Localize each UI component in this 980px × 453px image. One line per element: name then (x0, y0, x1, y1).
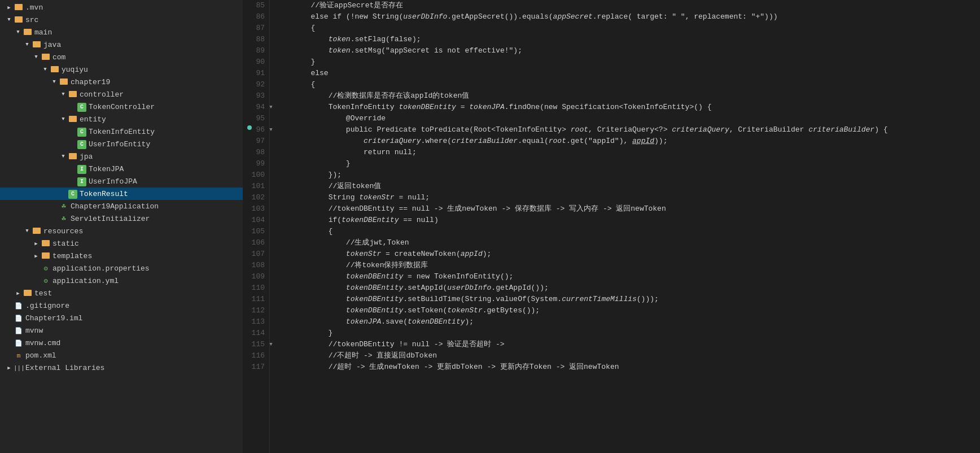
tree-arrow[interactable]: ▼ (14, 29, 23, 35)
tree-arrow[interactable]: ▼ (50, 79, 59, 85)
sidebar-item-yuqiyu[interactable]: ▼yuqiyu (0, 63, 243, 76)
code-line-104: if(tokenDBEntity == null) (275, 215, 980, 226)
sidebar-item-Chapter19iml[interactable]: 📄Chapter19.iml (0, 312, 243, 324)
code-line-106: //生成jwt,Token (275, 237, 980, 249)
fold-button[interactable]: ▼ (268, 127, 274, 133)
folder-icon (68, 115, 78, 124)
sidebar-item-src[interactable]: ▼src (0, 14, 243, 26)
tree-arrow[interactable]: ▼ (41, 67, 50, 72)
tree-arrow[interactable]: ▶ (5, 365, 14, 371)
tree-arrow[interactable]: ▼ (23, 42, 32, 47)
tree-label: application.properties (51, 264, 243, 273)
sidebar-item-jpa[interactable]: ▼jpa (0, 150, 243, 163)
sidebar-item-mvnw[interactable]: 📄mvnw (0, 324, 243, 337)
code-line-85: //验证appSecret是否存在 (275, 0, 980, 11)
line-number-96: 96 (247, 124, 265, 136)
tree-arrow[interactable]: ▼ (23, 228, 32, 234)
tree-arrow[interactable]: ▶ (14, 290, 23, 297)
sidebar-item-TokenJPA[interactable]: ITokenJPA (0, 163, 243, 175)
tree-label: UserInfoEntity (87, 140, 243, 149)
line-number-102: 102 (247, 192, 265, 203)
sidebar-item-templates[interactable]: ▶templates (0, 250, 243, 262)
sidebar-item-gitignore[interactable]: 📄.gitignore (0, 299, 243, 312)
line-number-112: 112 (247, 305, 265, 316)
sidebar-item-mvnwcmd[interactable]: 📄mvnw.cmd (0, 337, 243, 349)
sidebar-item-resources[interactable]: ▼resources (0, 225, 243, 237)
sidebar-item-com[interactable]: ▼com (0, 51, 243, 63)
sidebar-item-mvn[interactable]: ▶.mvn (0, 1, 243, 14)
code-line-111: tokenDBEntity.setBuildTime(String.valueO… (275, 294, 980, 305)
line-number-94: 94 (247, 102, 265, 113)
sidebar-item-TokenResult[interactable]: CTokenResult (0, 188, 243, 200)
tree-label: ServletInitializer (69, 215, 243, 223)
sidebar-item-TokenInfoEntity[interactable]: CTokenInfoEntity (0, 125, 243, 138)
sidebar-item-application.yml[interactable]: ⚙application.yml (0, 275, 243, 287)
java-class-icon: C (77, 102, 87, 112)
sidebar-item-entity[interactable]: ▼entity (0, 113, 243, 125)
tree-label: mvnw (24, 326, 243, 335)
code-line-100: }); (275, 169, 980, 181)
fold-button[interactable]: ▼ (268, 104, 274, 111)
folder-icon (59, 77, 69, 86)
tree-arrow[interactable]: ▼ (32, 54, 41, 60)
sidebar-item-application.properties[interactable]: ⚙application.properties (0, 262, 243, 275)
folder-icon (32, 40, 42, 49)
code-content: //验证appSecret是否存在 else if (!new String(u… (270, 0, 980, 453)
sidebar-item-main[interactable]: ▼main (0, 26, 243, 38)
line-number-92: 92 (247, 79, 265, 90)
line-number-116: 116 (247, 350, 265, 361)
tree-arrow[interactable]: ▼ (59, 154, 68, 159)
file-tree[interactable]: ▶.mvn▼src▼main▼java▼com▼yuqiyu▼chapter19… (0, 0, 243, 453)
tree-label: mvnw.cmd (24, 339, 243, 347)
code-line-86: else if (!new String(userDbInfo.getAppSe… (275, 11, 980, 23)
code-line-109: tokenDBEntity = new TokenInfoEntity(); (275, 271, 980, 282)
tree-arrow[interactable]: ▶ (5, 5, 14, 11)
sidebar-item-TokenController[interactable]: CTokenController (0, 101, 243, 113)
code-line-112: tokenDBEntity.setToken(tokenStr.getBytes… (275, 305, 980, 316)
java-class-icon: C (77, 139, 87, 149)
tree-label: .mvn (24, 3, 243, 12)
tree-label: src (24, 16, 243, 24)
sidebar-item-static[interactable]: ▶static (0, 237, 243, 250)
tree-arrow[interactable]: ▼ (5, 17, 14, 23)
file-icon: 📄 (14, 301, 24, 310)
tree-arrow[interactable]: ▶ (32, 241, 41, 247)
lib-icon: ||| (14, 363, 24, 372)
xml-icon: m (14, 351, 24, 360)
line-number-87: 87 (247, 23, 265, 34)
sidebar-item-UserInfoEntity[interactable]: CUserInfoEntity (0, 138, 243, 150)
tree-label: templates (51, 252, 243, 260)
code-line-99: } (275, 158, 980, 169)
code-line-101: //返回token值 (275, 181, 980, 192)
code-editor: 8586878889909192939495969798991001011021… (243, 0, 980, 453)
line-numbers: 8586878889909192939495969798991001011021… (243, 0, 270, 453)
java-interface-icon: I (77, 176, 87, 186)
code-area[interactable]: 8586878889909192939495969798991001011021… (243, 0, 980, 453)
code-line-114: } (275, 328, 980, 339)
sidebar-item-ExternalLibraries[interactable]: ▶|||External Libraries (0, 361, 243, 374)
sidebar-item-pomxml[interactable]: mpom.xml (0, 349, 243, 361)
folder-icon (23, 289, 33, 298)
fold-button[interactable]: ▼ (268, 341, 274, 348)
line-number-89: 89 (247, 45, 265, 56)
sidebar-item-Chapter19Application[interactable]: ☘Chapter19Application (0, 200, 243, 212)
tree-label: TokenController (87, 103, 243, 111)
line-number-115: 115 (247, 339, 265, 350)
code-line-115: ▼ //tokenDBEntity != null -> 验证是否超时 -> (275, 339, 980, 350)
tree-label: TokenResult (78, 190, 243, 198)
sidebar-item-chapter19[interactable]: ▼chapter19 (0, 76, 243, 88)
tree-arrow[interactable]: ▼ (59, 92, 68, 97)
line-number-111: 111 (247, 294, 265, 305)
code-line-105: { (275, 226, 980, 237)
sidebar-item-ServletInitializer[interactable]: ☘ServletInitializer (0, 212, 243, 225)
folder-icon (41, 239, 51, 248)
sidebar-item-java[interactable]: ▼java (0, 38, 243, 51)
props-icon: ⚙ (41, 264, 51, 273)
line-number-107: 107 (247, 249, 265, 260)
tree-arrow[interactable]: ▼ (59, 116, 68, 122)
sidebar-item-test[interactable]: ▶test (0, 287, 243, 299)
sidebar-item-UserInfoJPA[interactable]: IUserInfoJPA (0, 175, 243, 188)
sidebar-item-controller[interactable]: ▼controller (0, 88, 243, 101)
tree-label: com (51, 53, 243, 62)
tree-arrow[interactable]: ▶ (32, 253, 41, 259)
